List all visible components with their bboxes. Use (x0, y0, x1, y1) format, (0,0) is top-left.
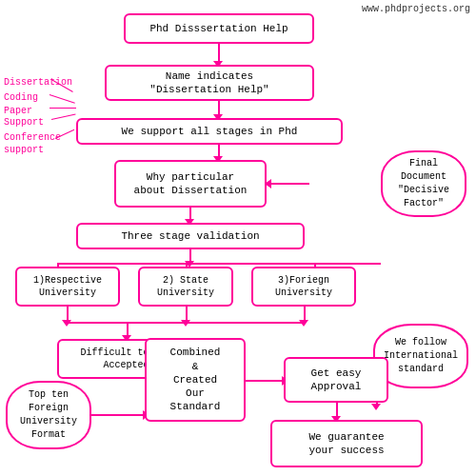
guarantee-box: We guarantee your success (270, 420, 423, 467)
uni-bottom-hline (67, 322, 304, 324)
combined-box: Combined & Created Our Standard (145, 338, 246, 422)
label-line4 (51, 114, 76, 120)
arrowhead-final-doc (265, 179, 271, 188)
arrow-foreign-down (314, 263, 316, 267)
three-stage-box: Three stage validation (76, 223, 305, 249)
support-stages-box: We support all stages in Phd (76, 118, 343, 145)
state-uni-box: 2) State University (138, 267, 233, 307)
arrow-state-down (186, 263, 188, 267)
arrowhead-intl-to-easy (371, 404, 381, 410)
conference-label: Conference support (4, 131, 61, 156)
respective-uni-box: 1)Respective University (15, 267, 120, 307)
top-ten-cloud: Top ten Foreign University Format (6, 381, 91, 449)
label-line3 (50, 108, 76, 109)
final-doc-cloud: Final Document "Decisive Factor" (381, 150, 466, 217)
why-particular-box: Why particular about Dissertation (114, 160, 267, 208)
coding-label: Coding (4, 91, 38, 104)
uni-hline (57, 263, 381, 265)
arrow1 (218, 44, 220, 63)
arrow-toptencomb (91, 414, 145, 416)
support-label: Support (4, 116, 44, 129)
arrow-comb-to-easy (246, 380, 284, 382)
name-indicates-box: Name indicates "Dissertation Help" (105, 65, 314, 101)
phd-help-box: Phd Disssertation Help (124, 13, 314, 44)
get-easy-box: Get easy Approval (284, 357, 388, 403)
arrow-final-doc (269, 183, 309, 185)
website-url: www.phdprojects.org (362, 4, 470, 14)
foreign-uni-box: 3)Foriegn University (251, 267, 356, 307)
label-line2 (50, 94, 75, 104)
arrow-resp-down (57, 263, 59, 267)
